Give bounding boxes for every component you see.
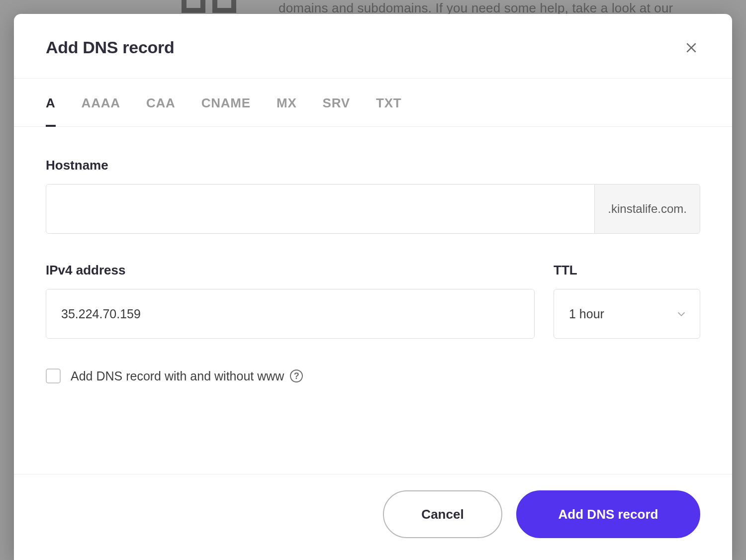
www-checkbox-label: Add DNS record with and without www ?: [71, 369, 303, 383]
modal-title: Add DNS record: [46, 38, 174, 57]
ipv4-input[interactable]: [46, 289, 534, 338]
www-checkbox[interactable]: [46, 369, 61, 383]
record-type-tabs: A AAAA CAA CNAME MX SRV TXT: [14, 79, 732, 127]
add-dns-record-modal: Add DNS record A AAAA CAA CNAME MX SRV T…: [14, 14, 732, 560]
cancel-button[interactable]: Cancel: [383, 490, 502, 538]
tab-txt[interactable]: TXT: [376, 79, 402, 127]
ttl-field: TTL 1 hour: [554, 263, 700, 339]
tab-aaaa[interactable]: AAAA: [82, 79, 120, 127]
tab-mx[interactable]: MX: [277, 79, 297, 127]
close-icon: [685, 41, 698, 54]
chevron-down-icon: [676, 308, 687, 319]
ipv4-field: IPv4 address: [46, 263, 535, 339]
ipv4-input-wrap: [46, 289, 535, 339]
hostname-suffix: .kinstalife.com.: [594, 185, 700, 233]
modal-header: Add DNS record: [14, 14, 732, 79]
www-checkbox-row: Add DNS record with and without www ?: [46, 369, 700, 383]
ttl-value: 1 hour: [569, 307, 604, 321]
help-icon[interactable]: ?: [290, 370, 303, 382]
tab-a[interactable]: A: [46, 79, 56, 127]
modal-body: Hostname .kinstalife.com. IPv4 address T…: [14, 127, 732, 474]
tab-srv[interactable]: SRV: [323, 79, 350, 127]
tab-cname[interactable]: CNAME: [201, 79, 251, 127]
www-checkbox-text: Add DNS record with and without www: [71, 369, 284, 383]
hostname-input[interactable]: [46, 185, 594, 233]
close-button[interactable]: [682, 39, 700, 57]
ttl-label: TTL: [554, 263, 700, 278]
backdrop-decoration: [182, 0, 241, 14]
hostname-label: Hostname: [46, 158, 700, 173]
ttl-select[interactable]: 1 hour: [554, 289, 700, 339]
hostname-field: Hostname .kinstalife.com.: [46, 158, 700, 234]
submit-button[interactable]: Add DNS record: [516, 490, 700, 538]
ipv4-label: IPv4 address: [46, 263, 535, 278]
hostname-input-wrap: .kinstalife.com.: [46, 184, 700, 234]
modal-footer: Cancel Add DNS record: [14, 474, 732, 560]
tab-caa[interactable]: CAA: [146, 79, 176, 127]
